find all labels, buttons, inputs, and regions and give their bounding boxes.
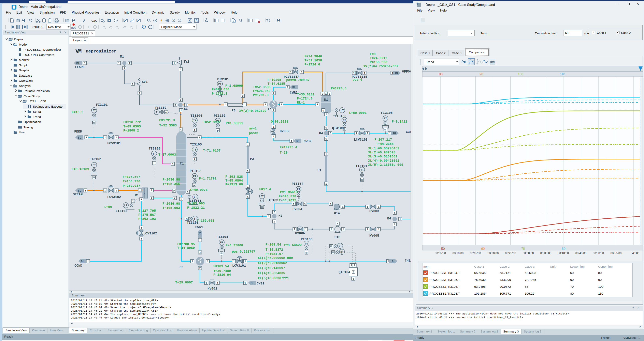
svg-text:1: 1 xyxy=(233,260,235,263)
svg-text:FT: FT xyxy=(384,117,387,120)
svg-text:P=252.917: P=252.917 xyxy=(123,184,140,188)
svg-text:1: 1 xyxy=(378,228,380,231)
svg-text:03:15:00: 03:15:00 xyxy=(470,252,481,255)
svg-text:P=1.68999: P=1.68999 xyxy=(225,84,243,88)
svg-text:B1: B1 xyxy=(184,107,188,111)
svg-text:80: 80 xyxy=(439,72,442,76)
svg-text:t: t xyxy=(194,158,196,161)
svg-text:80: 80 xyxy=(562,247,566,250)
svg-text:1: 1 xyxy=(172,163,174,166)
svg-text:T=105.093: T=105.093 xyxy=(187,202,205,205)
svg-text:75.4039: 75.4039 xyxy=(474,278,486,282)
svg-text:FT: FT xyxy=(92,164,96,167)
svg-text:Depro: Depro xyxy=(14,37,23,41)
svg-text:Script: Script xyxy=(19,63,27,67)
svg-text:QT: QT xyxy=(340,251,344,254)
svg-text:CSV: CSV xyxy=(491,61,494,63)
svg-text:03:40:00: 03:40:00 xyxy=(558,252,569,255)
svg-text:3: 3 xyxy=(174,104,176,107)
svg-text:Unit: Unit xyxy=(550,265,556,268)
svg-text:HV002: HV002 xyxy=(280,129,290,133)
svg-text:2: 2 xyxy=(274,211,275,214)
svg-text:2: 2 xyxy=(328,92,330,95)
svg-text:D1: D1 xyxy=(324,98,328,102)
svg-text:1: 1 xyxy=(192,260,193,263)
svg-text:04:00:: 04:00: xyxy=(631,252,639,255)
svg-text:TI3101: TI3101 xyxy=(356,164,367,168)
svg-text:TI3102: TI3102 xyxy=(155,106,166,110)
svg-text:1: 1 xyxy=(206,282,207,285)
svg-text:Settings and Execute: Settings and Execute xyxy=(33,105,63,108)
svg-text:1: 1 xyxy=(325,127,327,130)
svg-text:Periodic Prediction: Periodic Prediction xyxy=(24,89,50,93)
svg-text:p: p xyxy=(193,184,195,187)
svg-text:T=51.1658: T=51.1658 xyxy=(304,59,322,62)
svg-text:B4: B4 xyxy=(387,217,391,220)
svg-text:PROCESS1.TI3106.T: PROCESS1.TI3106.T xyxy=(430,285,460,288)
svg-text:F=3.16189: F=3.16189 xyxy=(72,168,89,171)
svg-text:P=1724.6: P=1724.6 xyxy=(297,97,312,100)
svg-text:T=105.366: T=105.366 xyxy=(162,182,180,186)
svg-text:2: 2 xyxy=(180,99,182,102)
svg-text:P=1808.2: P=1808.2 xyxy=(123,129,139,132)
svg-text:HV006: HV006 xyxy=(295,231,305,235)
svg-text:105.26: 105.26 xyxy=(525,292,534,295)
svg-text:A: A xyxy=(196,19,198,22)
svg-text:2: 2 xyxy=(330,132,331,135)
svg-text:PI3101: PI3101 xyxy=(217,78,229,81)
svg-text:1: 1 xyxy=(84,189,86,192)
svg-text:BL: BL xyxy=(393,132,397,135)
svg-text:P=1.64522: P=1.64522 xyxy=(284,243,302,247)
svg-text:106.285: 106.285 xyxy=(474,292,486,295)
svg-text:Σ: Σ xyxy=(352,270,354,275)
svg-text:XL(2)=0.982628: XL(2)=0.982628 xyxy=(368,151,395,154)
svg-text:P=1913.66: P=1913.66 xyxy=(225,183,243,186)
svg-text:Q=98.2628: Q=98.2628 xyxy=(271,120,288,124)
svg-text:1: 1 xyxy=(124,67,125,70)
svg-text:1: 1 xyxy=(265,103,266,106)
svg-text:QT: QT xyxy=(338,245,342,248)
svg-text:T=52.3582: T=52.3582 xyxy=(203,121,220,124)
svg-text:Item: Item xyxy=(423,265,430,268)
svg-text:P=1.68999: P=1.68999 xyxy=(226,122,243,125)
svg-text:2: 2 xyxy=(129,62,131,65)
svg-text:F=15.5: F=15.5 xyxy=(72,111,83,114)
svg-text:1: 1 xyxy=(86,136,87,139)
svg-text:BL: BL xyxy=(395,72,399,75)
svg-text:Analysis: Analysis xyxy=(19,84,31,87)
svg-text:BL: BL xyxy=(292,86,296,89)
svg-text:XL(4)=0.00426092: XL(4)=0.00426092 xyxy=(368,159,400,163)
svg-text:03:35:00: 03:35:00 xyxy=(540,252,552,255)
svg-text:1: 1 xyxy=(287,86,288,89)
svg-text:Case 2: Case 2 xyxy=(500,265,510,268)
svg-text:03:45:00: 03:45:00 xyxy=(576,252,586,255)
svg-text:RL=1: RL=1 xyxy=(297,101,305,105)
svg-text:1: 1 xyxy=(356,132,357,135)
svg-text:1: 1 xyxy=(325,138,327,141)
svg-text:E: E xyxy=(88,25,90,29)
svg-text:P2: P2 xyxy=(250,157,254,161)
svg-text:60: 60 xyxy=(570,278,574,282)
svg-text:Depropinizer: Depropinizer xyxy=(86,49,116,54)
svg-text:1: 1 xyxy=(173,19,174,22)
svg-text:F=2036.98: F=2036.98 xyxy=(162,202,180,206)
svg-text:pos=0.521797: pos=0.521797 xyxy=(232,250,255,254)
svg-text:1: 1 xyxy=(244,103,246,106)
svg-text:XL(3)=0.145597: XL(3)=0.145597 xyxy=(258,267,285,270)
svg-text:T=156.736: T=156.736 xyxy=(123,180,140,183)
svg-text:1: 1 xyxy=(247,143,249,146)
svg-text:F=316.772: F=316.772 xyxy=(123,121,141,124)
svg-text:L=50: L=50 xyxy=(104,205,112,209)
svg-text:FEED: FEED xyxy=(74,130,82,133)
svg-text:t: t xyxy=(153,162,155,165)
svg-text:TT: TT xyxy=(193,148,196,151)
svg-text:F=19295.4: F=19295.4 xyxy=(280,146,297,149)
svg-text:FI3101: FI3101 xyxy=(96,103,108,107)
svg-text:STEAM: STEAM xyxy=(73,193,82,196)
svg-text:LT: LT xyxy=(340,109,344,112)
svg-text:T=29.0007: T=29.0007 xyxy=(175,281,193,285)
svg-text:50: 50 xyxy=(570,271,574,275)
svg-text:XL(3)=0.0102062: XL(3)=0.0102062 xyxy=(368,155,397,158)
svg-text:T=30.6181: T=30.6181 xyxy=(297,93,314,96)
svg-text:2: 2 xyxy=(199,267,201,270)
